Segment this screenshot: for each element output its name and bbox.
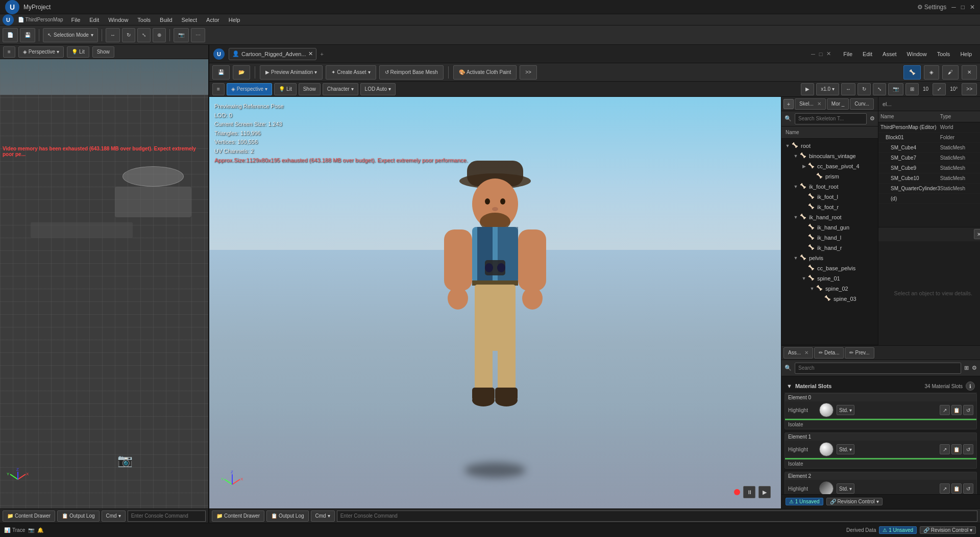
world-row-6[interactable]: SM_QuarterCylinder3 StaticMesh — [878, 184, 980, 194]
details-tab[interactable]: ✏ Deta... — [814, 347, 844, 359]
details-close-btn[interactable]: ✕ — [974, 229, 980, 239]
mor-tab[interactable]: Mor _ — [827, 98, 849, 110]
skeleton-mode-btn[interactable]: 🦴 — [903, 65, 921, 80]
assets-tab[interactable]: Ass... ✕ — [783, 347, 813, 359]
tree-ik-foot-r[interactable]: 🦴 ik_foot_r — [781, 202, 878, 212]
tree-ik-foot-l[interactable]: 🦴 ik_foot_l — [781, 192, 878, 202]
char-menu-help[interactable]: Help — [956, 50, 976, 58]
menu-window[interactable]: Window — [104, 16, 132, 24]
char-output-log-btn[interactable]: 📋 Output Log — [266, 510, 308, 522]
console-input[interactable] — [128, 510, 206, 522]
tree-ik-foot-root[interactable]: ▼ 🦴 ik_foot_root — [781, 182, 878, 192]
editor-maximize[interactable]: □ — [819, 51, 823, 57]
pause-btn[interactable]: ⏸ — [743, 486, 755, 498]
mesh-mode-btn[interactable]: ◈ — [924, 65, 939, 80]
world-row-0[interactable]: ThirdPersonMap (Editor) World — [878, 122, 980, 133]
tree-prism[interactable]: 🦴 prism — [781, 171, 878, 182]
world-row-3[interactable]: SM_Cube7 StaticMesh — [878, 153, 980, 163]
menu-edit[interactable]: Edit — [85, 16, 103, 24]
perspective-btn[interactable]: ◈ Perspective ▾ — [18, 46, 64, 58]
char-lit-btn[interactable]: 💡 Lit — [274, 83, 297, 95]
save-editor-btn[interactable]: 💾 — [212, 65, 230, 80]
save-btn[interactable]: 💾 — [20, 28, 35, 42]
search-settings-icon[interactable]: ⚙ — [870, 115, 875, 122]
char-show-btn[interactable]: Show — [299, 83, 321, 95]
create-asset-btn[interactable]: ✦ Create Asset ▾ — [326, 65, 376, 80]
translate-btn[interactable]: ↔ — [106, 28, 120, 42]
world-row-1[interactable]: Block01 Folder — [878, 133, 980, 143]
tree-binoculars[interactable]: ▼ 🦴 binoculars_vintage — [781, 151, 878, 161]
assets-tab-close[interactable]: ✕ — [804, 350, 808, 355]
browse-btn[interactable]: 📂 — [233, 65, 250, 80]
show-btn[interactable]: Show — [92, 46, 114, 58]
rotate-btn2[interactable]: ↻ — [857, 83, 871, 95]
rotate-btn[interactable]: ↻ — [122, 28, 135, 42]
mat-type-0[interactable]: Std. ▾ — [837, 405, 854, 415]
content-drawer-btn[interactable]: 📁 Content Drawer — [3, 510, 55, 522]
close-editor-btn[interactable]: ✕ — [962, 65, 977, 80]
pelvis-expand-icon[interactable]: ▼ — [792, 255, 800, 261]
mat-copy-2[interactable]: 📋 — [951, 483, 962, 494]
char-perspective-btn[interactable]: ◈ Perspective ▾ — [227, 83, 272, 95]
tree-cc-base-pelvis[interactable]: 🦴 cc_base_pelvis — [781, 263, 878, 273]
material-search-input[interactable] — [795, 363, 961, 374]
mat-browse-1[interactable]: ↗ — [940, 444, 950, 454]
transform-btn[interactable]: ⊕ — [153, 28, 166, 42]
scale-btn2[interactable]: ⤡ — [873, 83, 886, 95]
prev-tab[interactable]: ✏ Prev... — [845, 347, 874, 359]
editor-minimize[interactable]: ─ — [811, 51, 815, 57]
lod-auto-btn[interactable]: LOD Auto ▾ — [360, 83, 396, 95]
char-character-btn[interactable]: Character ▾ — [323, 83, 358, 95]
transform-btn2[interactable]: ↔ — [841, 83, 855, 95]
ue-menu-logo[interactable]: U — [3, 14, 14, 25]
tree-pelvis[interactable]: ▼ 🦴 pelvis — [781, 253, 878, 263]
curv-tab[interactable]: Curv... — [850, 98, 874, 110]
tree-ik-hand-l[interactable]: 🦴 ik_hand_l — [781, 233, 878, 243]
mat-type-1[interactable]: Std. ▾ — [837, 444, 854, 454]
world-row-7[interactable]: (d) — [878, 194, 980, 204]
char-menu-asset[interactable]: Asset — [878, 50, 901, 58]
menu-tools[interactable]: Tools — [133, 16, 155, 24]
preview-animation-btn[interactable]: ▶ Preview Animation ▾ — [260, 65, 323, 80]
material-slots-header[interactable]: ▼ Material Slots 34 Material Slots ℹ — [785, 379, 977, 393]
char-content-drawer-btn[interactable]: 📁 Content Drawer — [212, 510, 264, 522]
record-indicator[interactable] — [734, 489, 740, 495]
mat-view-icon[interactable]: ⊞ — [964, 365, 969, 371]
ikfoot-expand-icon[interactable]: ▼ — [792, 184, 800, 189]
more-vp-btn[interactable]: >> — [962, 83, 977, 95]
scale-btn[interactable]: ⤡ — [137, 28, 151, 42]
mat-type-2[interactable]: Std. ▾ — [837, 483, 854, 494]
reimport-btn[interactable]: ↺ Reimport Base Mesh — [379, 65, 444, 80]
speed-btn[interactable]: x1.0 ▾ — [816, 83, 839, 95]
menu-build[interactable]: Build — [156, 16, 176, 24]
mat-browse-0[interactable]: ↗ — [940, 405, 950, 415]
char-console-input[interactable] — [337, 510, 977, 522]
camera-btn[interactable]: 📷 — [174, 28, 189, 42]
grid-btn[interactable]: ⊞ — [905, 83, 919, 95]
char-cmd-btn[interactable]: Cmd ▾ — [311, 510, 335, 522]
menu-file[interactable]: File — [67, 16, 85, 24]
menu-help[interactable]: Help — [225, 16, 244, 24]
angle-btn[interactable]: ⤢ — [933, 83, 946, 95]
char-menu-tools[interactable]: Tools — [933, 50, 954, 58]
selection-mode-btn[interactable]: ↖ Selection Mode ▾ — [43, 28, 98, 42]
mat-copy-0[interactable]: 📋 — [951, 405, 962, 415]
tree-spine-01[interactable]: ▼ 🦴 spine_01 — [781, 273, 878, 284]
world-row-2[interactable]: SM_Cube4 StaticMesh — [878, 143, 980, 153]
paint-mode-btn[interactable]: 🖌 — [942, 65, 959, 80]
tree-ik-hand-r[interactable]: 🦴 ik_hand_r — [781, 243, 878, 253]
char-hamburger[interactable]: ≡ — [212, 83, 225, 95]
cc-expand-icon[interactable]: ▶ — [800, 164, 808, 169]
mat-copy-1[interactable]: 📋 — [951, 444, 962, 454]
root-expand-icon[interactable]: ▼ — [783, 143, 792, 148]
char-menu-window[interactable]: Window — [903, 50, 931, 58]
world-row-5[interactable]: SM_Cube10 StaticMesh — [878, 173, 980, 184]
char-tab[interactable]: 👤 Cartoon_Rigged_Adven... ✕ — [229, 48, 316, 60]
minimize-btn[interactable]: ─ — [951, 4, 956, 11]
char-tab-close[interactable]: ✕ — [308, 50, 313, 57]
world-row-4[interactable]: SM_Cube9 StaticMesh — [878, 163, 980, 173]
activate-cloth-btn[interactable]: 🎨 Activate Cloth Paint — [453, 65, 517, 80]
hamburger-btn[interactable]: ≡ — [3, 46, 15, 58]
left-viewport[interactable]: Video memory has been exhausted (643.188… — [0, 59, 208, 508]
more-btn[interactable]: ⋯ — [191, 28, 205, 42]
